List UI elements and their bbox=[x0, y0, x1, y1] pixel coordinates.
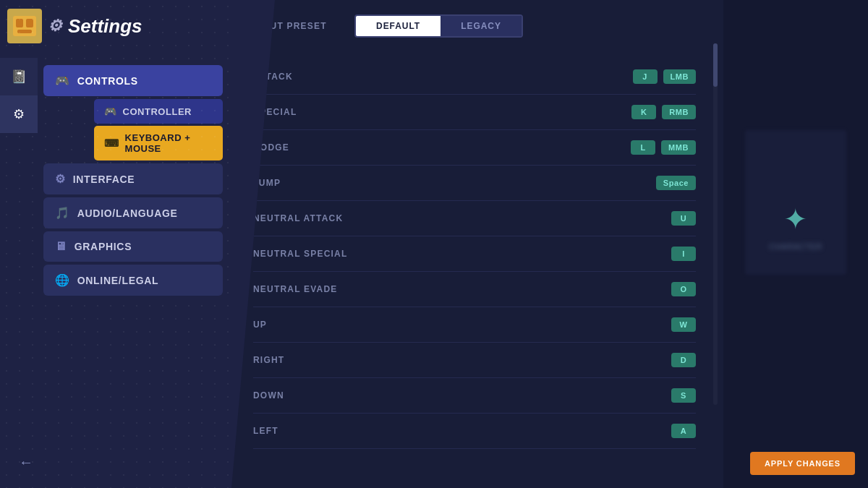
key-tag-l[interactable]: L bbox=[631, 140, 655, 155]
key-tag-j[interactable]: J bbox=[633, 69, 658, 84]
keyboard-label: KEYBOARD + MOUSE bbox=[125, 132, 213, 154]
apply-changes-button[interactable]: APPLY CHANGES bbox=[750, 452, 855, 475]
preset-default-button[interactable]: DEFAULT bbox=[356, 16, 441, 36]
keybind-row-special: SPECIAL K RMB bbox=[253, 95, 696, 130]
key-tag-space[interactable]: Space bbox=[656, 176, 696, 190]
app-title-text: Settings bbox=[68, 15, 142, 38]
avatar[interactable] bbox=[7, 9, 42, 43]
scrollbar-thumb[interactable] bbox=[713, 43, 718, 87]
sidebar-item-keyboard[interactable]: ⌨ KEYBOARD + MOUSE bbox=[94, 126, 223, 160]
sidebar: ⚙ Settings 📓 ⚙ 🎮 CONTROLS 🎮 CONTROLLER ⌨… bbox=[0, 0, 231, 488]
sidebar-item-graphics[interactable]: 🖥 GRAPHICS bbox=[43, 231, 223, 262]
main-content: INPUT PRESET DEFAULT LEGACY ATTACK J LMB… bbox=[231, 0, 723, 488]
interface-icon: ⚙ bbox=[55, 172, 66, 186]
key-tag-lmb[interactable]: LMB bbox=[663, 69, 696, 84]
input-preset-row: INPUT PRESET DEFAULT LEGACY bbox=[253, 14, 702, 45]
keybind-row-right: RIGHT D bbox=[253, 343, 696, 378]
graphics-icon: 🖥 bbox=[55, 240, 67, 253]
controller-icon: 🎮 bbox=[104, 106, 117, 117]
key-tag-rmb[interactable]: RMB bbox=[662, 105, 696, 119]
controls-icon: 🎮 bbox=[55, 74, 70, 87]
keybind-list: ATTACK J LMB SPECIAL K RMB DODGE L MMB J… bbox=[253, 59, 702, 449]
back-icon: ← bbox=[19, 454, 33, 471]
keybind-row-neutral-special: NEUTRAL SPECIAL I bbox=[253, 236, 696, 272]
keybind-label-jump: JUMP bbox=[253, 178, 656, 188]
key-tag-d[interactable]: D bbox=[671, 353, 696, 367]
keybind-row-up: UP W bbox=[253, 307, 696, 343]
sub-nav: 🎮 CONTROLLER ⌨ KEYBOARD + MOUSE bbox=[43, 99, 223, 160]
key-tag-k[interactable]: K bbox=[631, 105, 656, 119]
keyboard-icon: ⌨ bbox=[104, 137, 119, 149]
left-icons: 📓 ⚙ bbox=[0, 58, 38, 133]
sidebar-top: ⚙ Settings bbox=[0, 0, 231, 52]
sidebar-item-online[interactable]: 🌐 ONLINE/LEGAL bbox=[43, 265, 223, 296]
key-tags-special: K RMB bbox=[631, 105, 696, 119]
left-icon-gear[interactable]: ⚙ bbox=[0, 95, 38, 133]
keybind-label-dodge: DODGE bbox=[253, 142, 631, 153]
key-tags-left: A bbox=[671, 424, 696, 438]
graphics-label: GRAPHICS bbox=[75, 241, 132, 252]
keybind-label-up: UP bbox=[253, 320, 671, 330]
key-tag-o[interactable]: O bbox=[671, 282, 696, 296]
svg-rect-2 bbox=[26, 19, 33, 27]
key-tag-u[interactable]: U bbox=[671, 211, 696, 226]
keybind-row-down: DOWN S bbox=[253, 378, 696, 414]
sidebar-item-interface[interactable]: ⚙ INTERFACE bbox=[43, 163, 223, 194]
settings-title: ⚙ Settings bbox=[48, 15, 142, 38]
keybind-label-right: RIGHT bbox=[253, 355, 671, 365]
keybind-row-attack: ATTACK J LMB bbox=[253, 59, 696, 95]
preset-buttons: DEFAULT LEGACY bbox=[354, 14, 523, 38]
key-tag-w[interactable]: W bbox=[671, 317, 696, 332]
svg-rect-1 bbox=[16, 19, 23, 27]
right-panel: ✦ CHARACTER APPLY CHANGES bbox=[723, 0, 868, 488]
key-tags-down: S bbox=[671, 388, 696, 403]
key-tags-jump: Space bbox=[656, 176, 696, 190]
key-tags-attack: J LMB bbox=[633, 69, 696, 84]
key-tags-right: D bbox=[671, 353, 696, 367]
back-button[interactable]: ← bbox=[13, 449, 39, 475]
keybind-row-neutral-attack: NEUTRAL ATTACK U bbox=[253, 201, 696, 236]
online-label: ONLINE/LEGAL bbox=[77, 275, 159, 286]
sidebar-item-audio[interactable]: 🎵 AUDIO/LANGUAGE bbox=[43, 197, 223, 228]
controls-label: CONTROLS bbox=[77, 75, 138, 87]
key-tag-a[interactable]: A bbox=[671, 424, 696, 438]
keybind-label-attack: ATTACK bbox=[253, 72, 633, 82]
controller-label: CONTROLLER bbox=[123, 106, 192, 117]
keybind-label-neutral-attack: NEUTRAL ATTACK bbox=[253, 213, 671, 223]
keybind-label-down: DOWN bbox=[253, 390, 671, 401]
keybind-label-left: LEFT bbox=[253, 426, 671, 436]
svg-rect-3 bbox=[17, 30, 32, 33]
scrollbar-track[interactable] bbox=[713, 43, 718, 405]
keybind-label-neutral-special: NEUTRAL SPECIAL bbox=[253, 249, 671, 259]
sidebar-item-controller[interactable]: 🎮 CONTROLLER bbox=[94, 99, 223, 124]
keybind-row-jump: JUMP Space bbox=[253, 166, 696, 201]
keybind-row-left: LEFT A bbox=[253, 414, 696, 449]
online-icon: 🌐 bbox=[55, 273, 70, 287]
key-tags-neutral-evade: O bbox=[671, 282, 696, 296]
audio-icon: 🎵 bbox=[55, 206, 70, 220]
key-tags-up: W bbox=[671, 317, 696, 332]
keybind-label-special: SPECIAL bbox=[253, 107, 631, 117]
left-icon-notebook[interactable]: 📓 bbox=[0, 58, 38, 95]
key-tag-mmb[interactable]: MMB bbox=[661, 140, 696, 155]
keybind-label-neutral-evade: NEUTRAL EVADE bbox=[253, 284, 671, 294]
gear-icon: ⚙ bbox=[48, 17, 62, 35]
keybind-row-dodge: DODGE L MMB bbox=[253, 130, 696, 166]
sidebar-item-controls[interactable]: 🎮 CONTROLS bbox=[43, 65, 223, 96]
audio-label: AUDIO/LANGUAGE bbox=[77, 207, 178, 219]
key-tag-s[interactable]: S bbox=[671, 388, 696, 403]
char-icon: ✦ bbox=[783, 202, 808, 236]
preset-legacy-button[interactable]: LEGACY bbox=[441, 16, 522, 36]
key-tag-i[interactable]: I bbox=[671, 247, 696, 261]
interface-label: INTERFACE bbox=[73, 174, 135, 185]
key-tags-neutral-attack: U bbox=[671, 211, 696, 226]
key-tags-neutral-special: I bbox=[671, 247, 696, 261]
char-name: CHARACTER bbox=[769, 242, 822, 251]
key-tags-dodge: L MMB bbox=[631, 140, 696, 155]
keybind-row-neutral-evade: NEUTRAL EVADE O bbox=[253, 272, 696, 307]
